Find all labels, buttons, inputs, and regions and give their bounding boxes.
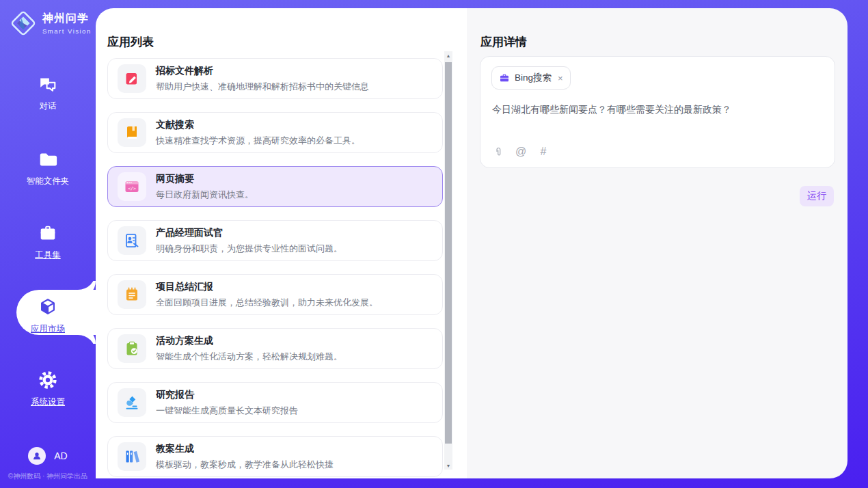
- interview-icon: [124, 232, 140, 249]
- browser-code-icon: </>: [124, 178, 140, 195]
- at-icon[interactable]: @: [515, 146, 527, 158]
- app-list-item[interactable]: 文献搜索 快速精准查找学术资源，提高研究效率的必备工具。: [107, 112, 443, 153]
- app-description: 快速精准查找学术资源，提高研究效率的必备工具。: [156, 135, 360, 147]
- app-name: 教案生成: [156, 443, 334, 455]
- scroll-down-icon[interactable]: ▼: [444, 461, 452, 470]
- app-description: 每日政府新闻资讯快查。: [156, 189, 254, 201]
- run-button[interactable]: 运行: [800, 186, 834, 206]
- hash-icon[interactable]: #: [537, 146, 550, 158]
- research-icon: [124, 394, 140, 411]
- notepad-icon: [124, 286, 140, 303]
- scroll-up-icon[interactable]: ▲: [444, 51, 452, 59]
- app-name: 活动方案生成: [156, 335, 342, 347]
- paperclip-icon[interactable]: [492, 146, 504, 158]
- app-description: 一键智能生成高质量长文本研究报告: [156, 405, 298, 417]
- app-name: 文献搜索: [156, 119, 360, 131]
- chat-icon: [38, 74, 58, 94]
- briefcase-icon: [499, 72, 510, 83]
- attachment-toolbar: @#: [492, 146, 550, 158]
- books-icon: [124, 448, 140, 465]
- folder-icon: [38, 149, 58, 170]
- prompt-text[interactable]: 今日湖北有哪些新闻要点？有哪些需要关注的最新政策？: [492, 104, 824, 116]
- diamond-logo-icon: [10, 10, 37, 37]
- app-list-item[interactable]: </> 网页摘要 每日政府新闻资讯快查。: [107, 166, 443, 207]
- clipboard-check-icon: [124, 340, 140, 357]
- sidebar-item-chat[interactable]: 对话: [0, 74, 96, 112]
- user-initials: AD: [54, 450, 67, 461]
- app-description: 全面回顾项目进展，总结经验教训，助力未来优化发展。: [156, 297, 378, 309]
- cube-icon: [38, 297, 58, 317]
- tool-chip-label: Bing搜索: [515, 72, 552, 84]
- logo-title: 神州问学: [42, 12, 92, 26]
- toolbox-icon: [38, 223, 58, 243]
- app-description: 帮助用户快速、准确地理解和解析招标书中的关键信息: [156, 81, 369, 93]
- svg-text:</>: </>: [128, 186, 136, 191]
- sidebar-item-market[interactable]: 应用市场: [0, 297, 96, 335]
- user-avatar: [28, 447, 46, 465]
- app-description: 明确身份和职责，为您提供专业性的面试问题。: [156, 243, 342, 255]
- app-name: 项目总结汇报: [156, 281, 378, 293]
- app-name: 招标文件解析: [156, 65, 369, 77]
- sidebar-item-folders[interactable]: 智能文件夹: [0, 149, 96, 187]
- doc-edit-icon: [124, 70, 140, 87]
- app-list: 招标文件解析 帮助用户快速、准确地理解和解析招标书中的关键信息 文献搜索 快速精…: [107, 58, 443, 478]
- sidebar: 神州问学 Smart Vision 对话 智能文件夹 工具集 应用市场 系统设置…: [0, 0, 96, 488]
- app-list-item[interactable]: 研究报告 一键智能生成高质量长文本研究报告: [107, 382, 443, 423]
- app-logo: 神州问学 Smart Vision: [10, 10, 92, 37]
- prompt-card[interactable]: Bing搜索 × 今日湖北有哪些新闻要点？有哪些需要关注的最新政策？ @#: [480, 56, 835, 168]
- gear-icon: [38, 370, 58, 390]
- app-list-item[interactable]: 活动方案生成 智能生成个性化活动方案，轻松解决规划难题。: [107, 328, 443, 369]
- app-name: 研究报告: [156, 389, 298, 401]
- logo-subtitle: Smart Vision: [42, 27, 92, 35]
- app-list-panel: 应用列表 招标文件解析 帮助用户快速、准确地理解和解析招标书中的关键信息 文献搜…: [96, 8, 467, 478]
- sidebar-item-tools[interactable]: 工具集: [0, 223, 96, 261]
- tool-chip-bing-search[interactable]: Bing搜索 ×: [491, 66, 571, 90]
- scrollbar-thumb[interactable]: [445, 62, 452, 444]
- book-icon: [124, 124, 140, 141]
- close-icon[interactable]: ×: [558, 73, 563, 83]
- app-list-item[interactable]: 项目总结汇报 全面回顾项目进展，总结经验教训，助力未来优化发展。: [107, 274, 443, 315]
- person-icon: [31, 450, 42, 461]
- app-list-item[interactable]: 产品经理面试官 明确身份和职责，为您提供专业性的面试问题。: [107, 220, 443, 261]
- app-description: 智能生成个性化活动方案，轻松解决规划难题。: [156, 351, 342, 363]
- app-list-item[interactable]: 招标文件解析 帮助用户快速、准确地理解和解析招标书中的关键信息: [107, 58, 443, 99]
- app-name: 网页摘要: [156, 173, 254, 185]
- app-name: 产品经理面试官: [156, 227, 342, 239]
- app-description: 模板驱动，教案秒成，教学准备从此轻松快捷: [156, 459, 334, 471]
- sidebar-item-settings[interactable]: 系统设置: [0, 370, 96, 408]
- app-list-title: 应用列表: [107, 34, 154, 50]
- app-detail-panel: 应用详情 Bing搜索 × 今日湖北有哪些新闻要点？有哪些需要关注的最新政策？ …: [467, 8, 847, 478]
- copyright-text: ©神州数码 · 神州问学出品: [0, 472, 96, 481]
- user-account[interactable]: AD: [0, 447, 96, 465]
- app-list-item[interactable]: 教案生成 模板驱动，教案秒成，教学准备从此轻松快捷: [107, 436, 443, 477]
- app-detail-title: 应用详情: [480, 34, 527, 50]
- list-scrollbar[interactable]: ▲ ▼: [444, 51, 452, 470]
